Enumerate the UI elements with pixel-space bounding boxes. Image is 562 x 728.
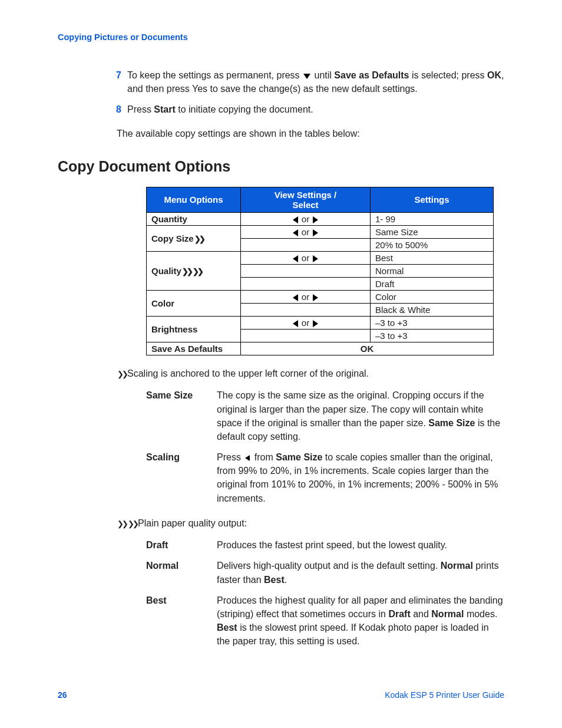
cell-view: or xyxy=(241,290,371,303)
table-row: Quality❯❯❯❯ or Best xyxy=(147,251,494,264)
step-text: To keep the settings as permanent, press… xyxy=(127,68,504,95)
breadcrumb-link[interactable]: Copying Pictures or Documents xyxy=(58,32,504,42)
right-arrow-icon xyxy=(313,216,318,223)
cell-setting: Color xyxy=(371,290,494,303)
cell-setting: Normal xyxy=(371,264,494,277)
left-arrow-icon xyxy=(293,216,298,223)
cell-view xyxy=(241,303,371,316)
step-8: 8 Press Start to initiate copying the do… xyxy=(105,103,504,116)
cell-setting: Same Size xyxy=(371,225,494,238)
definition-term: Best xyxy=(146,594,217,648)
cell-setting: 1- 99 xyxy=(371,212,494,225)
cell-menu: Quality❯❯❯❯ xyxy=(147,251,241,290)
right-arrow-icon xyxy=(313,255,318,262)
definition-term: Normal xyxy=(146,559,217,586)
table-row: Quantity or 1- 99 xyxy=(147,212,494,225)
footnote-2: ❯❯❯❯Plain paper quality output: xyxy=(117,517,504,530)
step-number: 7 xyxy=(105,68,121,95)
footnote-marker-icon: ❯❯ xyxy=(193,267,202,276)
definition-scaling: Scaling Press from Same Size to scale co… xyxy=(146,450,504,505)
definition-body: The copy is the same size as the origina… xyxy=(217,388,504,443)
cell-setting: Black & White xyxy=(371,303,494,316)
definition-body: Press from Same Size to scale copies sma… xyxy=(217,450,504,505)
left-arrow-icon xyxy=(293,320,298,327)
guide-title: Kodak ESP 5 Printer User Guide xyxy=(385,690,504,700)
right-arrow-icon xyxy=(313,294,318,301)
left-arrow-icon xyxy=(293,294,298,301)
table-row: Copy Size❯❯ or Same Size xyxy=(147,225,494,238)
th-view: View Settings / Select xyxy=(241,187,371,212)
cell-view xyxy=(241,277,371,290)
th-menu: Menu Options xyxy=(147,187,241,212)
cell-menu: Quantity xyxy=(147,212,241,225)
copy-options-table: Menu Options View Settings / Select Sett… xyxy=(146,187,494,355)
right-arrow-icon xyxy=(313,320,318,327)
cell-view: or xyxy=(241,316,371,329)
table-row: Save As Defaults OK xyxy=(147,342,494,355)
down-arrow-icon xyxy=(303,74,310,79)
left-arrow-icon xyxy=(293,229,298,236)
step-7: 7 To keep the settings as permanent, pre… xyxy=(105,68,504,95)
cell-menu: Copy Size❯❯ xyxy=(147,225,241,251)
section-heading: Copy Document Options xyxy=(58,158,504,175)
definition-term: Draft xyxy=(146,538,217,552)
footnote-marker-icon: ❯❯ xyxy=(194,235,204,243)
th-settings: Settings xyxy=(371,187,494,212)
cell-view: or xyxy=(241,225,371,238)
step-number: 8 xyxy=(105,103,121,116)
footnote-marker-icon: ❯❯ xyxy=(128,519,137,529)
cell-setting: Best xyxy=(371,251,494,264)
right-arrow-icon xyxy=(313,229,318,236)
cell-ok: OK xyxy=(241,342,494,355)
footnote-marker-icon: ❯❯ xyxy=(117,369,127,380)
footnote-marker-icon: ❯❯ xyxy=(182,267,191,276)
definition-body: Delivers high-quality output and is the … xyxy=(217,559,504,586)
cell-menu: Brightness xyxy=(147,316,241,342)
intro-text: The available copy settings are shown in… xyxy=(117,127,504,140)
definition-body: Produces the fastest print speed, but th… xyxy=(217,538,504,552)
cell-view xyxy=(241,238,371,251)
footnote-marker-icon: ❯❯ xyxy=(117,519,127,529)
definition-normal: Normal Delivers high-quality output and … xyxy=(146,559,504,586)
definition-body: Produces the highest quality for all pap… xyxy=(217,594,504,648)
left-arrow-icon xyxy=(293,255,298,262)
definition-draft: Draft Produces the fastest print speed, … xyxy=(146,538,504,552)
cell-setting: Draft xyxy=(371,277,494,290)
definition-term: Same Size xyxy=(146,388,217,443)
cell-view xyxy=(241,329,371,342)
cell-view xyxy=(241,264,371,277)
page-number: 26 xyxy=(58,690,67,700)
cell-menu: Save As Defaults xyxy=(147,342,241,355)
cell-view: or xyxy=(241,251,371,264)
cell-menu: Color xyxy=(147,290,241,316)
cell-view: or xyxy=(241,212,371,225)
table-row: Color or Color xyxy=(147,290,494,303)
cell-setting: –3 to +3 xyxy=(371,316,494,329)
left-arrow-icon xyxy=(245,455,250,461)
page-footer: 26 Kodak ESP 5 Printer User Guide xyxy=(58,690,504,700)
footnote-1: ❯❯Scaling is anchored to the upper left … xyxy=(117,367,504,380)
cell-setting: 20% to 500% xyxy=(371,238,494,251)
definition-best: Best Produces the highest quality for al… xyxy=(146,594,504,648)
cell-setting: –3 to +3 xyxy=(371,329,494,342)
definition-same-size: Same Size The copy is the same size as t… xyxy=(146,388,504,443)
table-row: Brightness or –3 to +3 xyxy=(147,316,494,329)
step-text: Press Start to initiate copying the docu… xyxy=(127,103,504,116)
definition-term: Scaling xyxy=(146,450,217,505)
